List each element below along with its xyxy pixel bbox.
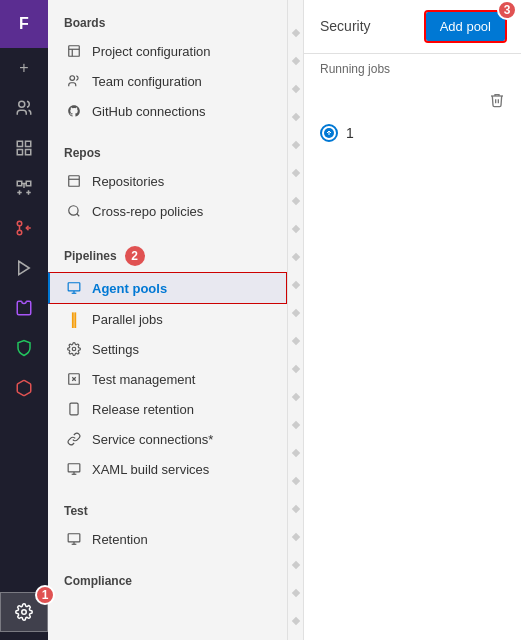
divider-dot <box>291 589 299 597</box>
divider-dot <box>291 421 299 429</box>
divider-dot <box>291 449 299 457</box>
nav-label-repositories: Repositories <box>92 174 164 189</box>
nav-item-cross-repo-policies[interactable]: Cross-repo policies <box>48 196 287 226</box>
xaml-build-icon <box>66 461 82 477</box>
divider-dot <box>291 505 299 513</box>
release-retention-icon <box>66 401 82 417</box>
rail-icon-security[interactable] <box>0 328 48 368</box>
settings-sidebar: Boards Project configuration Team config… <box>48 0 288 640</box>
test-management-icon <box>66 371 82 387</box>
nav-item-project-configuration[interactable]: Project configuration <box>48 36 287 66</box>
count-value: 1 <box>346 125 354 141</box>
svg-rect-28 <box>68 534 80 542</box>
divider-dot <box>291 477 299 485</box>
nav-item-settings[interactable]: Settings <box>48 334 287 364</box>
project-config-icon <box>66 43 82 59</box>
nav-item-retention[interactable]: Retention <box>48 524 287 554</box>
nav-item-service-connections[interactable]: Service connections* <box>48 424 287 454</box>
nav-label-agent-pools: Agent pools <box>92 281 167 296</box>
divider-dot <box>291 169 299 177</box>
divider-dot <box>291 281 299 289</box>
svg-point-9 <box>22 610 27 615</box>
app-logo[interactable]: F <box>0 0 48 48</box>
nav-label-release-retention: Release retention <box>92 402 194 417</box>
svg-rect-3 <box>17 150 22 155</box>
running-jobs-label: Running jobs <box>304 54 521 80</box>
rail-icon-pipelines[interactable] <box>0 248 48 288</box>
section-header-test: Test <box>48 488 287 524</box>
svg-rect-1 <box>17 141 22 146</box>
nav-label-retention: Retention <box>92 532 148 547</box>
svg-point-6 <box>17 221 22 226</box>
add-pool-button[interactable]: Add pool 3 <box>426 12 505 41</box>
settings-gear-button[interactable]: 1 <box>0 592 48 632</box>
divider-dot <box>291 113 299 121</box>
divider-dot <box>291 57 299 65</box>
agent-pools-icon <box>66 280 82 296</box>
svg-point-0 <box>19 101 25 107</box>
divider-dot <box>291 309 299 317</box>
section-repos: Repos Repositories Cross-repo policies <box>48 130 287 226</box>
divider-dot <box>291 337 299 345</box>
divider-dot <box>291 617 299 625</box>
rail-icon-artifacts[interactable] <box>0 368 48 408</box>
trash-row <box>320 88 505 116</box>
rail-icon-test[interactable] <box>0 288 48 328</box>
icon-rail: F + 1 <box>0 0 48 640</box>
tab-security[interactable]: Security <box>320 14 371 40</box>
section-compliance: Compliance <box>48 558 287 594</box>
nav-item-github-connections[interactable]: GitHub connections <box>48 96 287 126</box>
divider-column <box>288 0 304 640</box>
nav-item-xaml-build-services[interactable]: XAML build services <box>48 454 287 484</box>
repositories-icon <box>66 173 82 189</box>
nav-label-github-connections: GitHub connections <box>92 104 205 119</box>
divider-dot <box>291 29 299 37</box>
content-body: 1 <box>304 80 521 640</box>
divider-dot <box>291 393 299 401</box>
rail-icon-boards[interactable] <box>0 128 48 168</box>
team-config-icon <box>66 73 82 89</box>
svg-rect-14 <box>69 176 80 187</box>
delete-icon[interactable] <box>489 92 505 112</box>
nav-label-project-configuration: Project configuration <box>92 44 211 59</box>
rail-icon-pr[interactable] <box>0 208 48 248</box>
section-header-boards: Boards <box>48 0 287 36</box>
nav-item-release-retention[interactable]: Release retention <box>48 394 287 424</box>
divider-dot <box>291 253 299 261</box>
cross-repo-icon <box>66 203 82 219</box>
rail-icon-plus[interactable]: + <box>0 48 48 88</box>
rail-icon-users[interactable] <box>0 88 48 128</box>
svg-point-13 <box>70 76 75 81</box>
nav-label-settings: Settings <box>92 342 139 357</box>
svg-point-21 <box>72 347 76 351</box>
svg-rect-23 <box>70 403 78 415</box>
rail-icon-repos[interactable] <box>0 168 48 208</box>
section-boards: Boards Project configuration Team config… <box>48 0 287 126</box>
section-header-compliance: Compliance <box>48 558 287 594</box>
section-pipelines: Pipelines 2 Agent pools ‖ Parallel jobs … <box>48 230 287 484</box>
divider-dot <box>291 365 299 373</box>
nav-label-xaml-build-services: XAML build services <box>92 462 209 477</box>
nav-item-agent-pools[interactable]: Agent pools <box>48 272 287 304</box>
divider-dot <box>291 85 299 93</box>
nav-item-team-configuration[interactable]: Team configuration <box>48 66 287 96</box>
svg-point-5 <box>17 230 22 235</box>
section-test: Test Retention <box>48 488 287 554</box>
divider-dot <box>291 197 299 205</box>
svg-rect-2 <box>26 141 31 146</box>
divider-dot <box>291 561 299 569</box>
svg-rect-4 <box>26 150 31 155</box>
settings-icon <box>66 341 82 357</box>
section-header-pipelines: Pipelines 2 <box>48 230 287 272</box>
nav-label-parallel-jobs: Parallel jobs <box>92 312 163 327</box>
svg-point-16 <box>69 206 78 215</box>
nav-item-parallel-jobs[interactable]: ‖ Parallel jobs <box>48 304 287 334</box>
svg-rect-18 <box>68 283 80 291</box>
svg-rect-25 <box>68 464 80 472</box>
nav-item-test-management[interactable]: Test management <box>48 364 287 394</box>
divider-dot <box>291 533 299 541</box>
rail-bottom: 1 <box>0 592 48 632</box>
retention-icon <box>66 531 82 547</box>
content-header: Security Add pool 3 <box>304 0 521 54</box>
nav-item-repositories[interactable]: Repositories <box>48 166 287 196</box>
